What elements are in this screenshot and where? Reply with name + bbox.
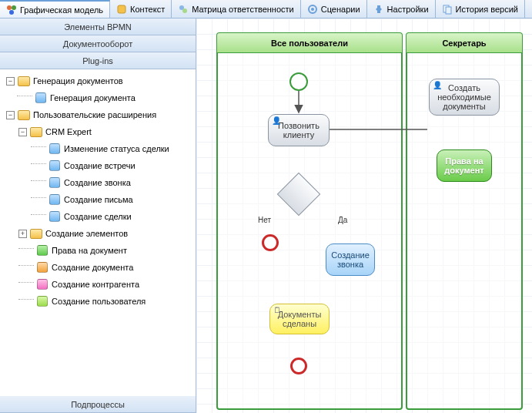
end-event-1[interactable] [262,234,279,251]
collapse-icon[interactable]: − [18,128,27,136]
tree-node-create-meeting[interactable]: Создание встречи [2,157,194,174]
matrix-icon [178,4,189,15]
task-icon [49,194,60,205]
node-label: Права на документ [442,156,487,175]
lane-all-users[interactable]: Все пользователи [216,32,403,410]
tree-node-gen-doc[interactable]: Генерация документа [2,89,194,106]
tab-graphical-model[interactable]: Графическая модель [0,0,110,18]
collapse-icon[interactable]: − [6,111,15,119]
tree-node-create-letter[interactable]: Создание письма [2,191,194,208]
tree-node-create-document[interactable]: Создание документа [2,259,194,276]
tree-node-rights-doc[interactable]: Права на документ [2,242,194,259]
tab-context[interactable]: Контекст [110,0,172,18]
sidebar: Элементы BPMN Документооборот Plug-ins −… [0,18,196,413]
tree-node-create-counterparty[interactable]: Создание контрагента [2,276,194,293]
panel-docflow[interactable]: Документооборот [0,35,196,52]
task-icon [37,245,48,256]
tree-label: CRM Expert [45,127,92,136]
top-tabs: Графическая модель Контекст Матрица отве… [0,0,532,18]
task-icon [37,279,48,290]
task-icon [37,296,48,307]
task-icon [49,160,60,171]
svg-point-0 [7,5,12,10]
user-icon: 👤 [433,81,442,90]
user-icon: 👤 [272,116,281,126]
panel-subprocesses[interactable]: Подпроцессы [0,396,196,413]
svg-point-1 [12,5,16,10]
context-icon [116,4,127,15]
tree-node-change-status[interactable]: Изменение статуса сделки [2,140,194,157]
svg-point-5 [182,8,187,13]
tab-label: Графическая модель [20,5,103,15]
tree-label: Создание письма [64,195,133,204]
model-icon [6,5,17,15]
tree-node-crm-expert[interactable]: − CRM Expert [2,123,194,140]
tree-node-gen-docs[interactable]: − Генерация документов [2,72,194,89]
panel-bpmn-elements[interactable]: Элементы BPMN [0,18,196,35]
task-rights-doc[interactable]: Права на документ [437,149,492,182]
note-icon: 🗒 [273,306,281,315]
lane-header: Секретарь [407,33,522,53]
tree-label: Создание документа [52,263,133,272]
tree-label: Создание сделки [64,212,132,221]
settings-icon [373,4,384,15]
diagram-canvas[interactable]: Все пользователи Секретарь 👤 Позвонить к… [196,18,532,413]
start-event[interactable] [289,72,308,91]
task-docs-done[interactable]: 🗒 Документы сделаны [269,304,330,334]
task-create-docs[interactable]: 👤 Создать необходимые документы [429,79,500,116]
svg-point-2 [9,10,14,15]
folder-icon [18,76,30,86]
scenarios-icon [307,4,318,15]
svg-rect-9 [446,7,451,14]
node-label: Документы сделаны [275,310,324,328]
history-icon [442,4,453,15]
tree-node-create-call[interactable]: Создание звонка [2,174,194,191]
tab-settings[interactable]: Настройки [367,0,436,18]
tab-scenarios[interactable]: Сценарии [301,0,367,18]
task-call-client[interactable]: 👤 Позвонить клиенту [268,114,330,146]
tree-label: Генерация документов [33,76,123,86]
tree-node-create-elements[interactable]: + Создание элементов [2,225,194,242]
task-icon [35,92,46,103]
edge-label-no: Нет [256,216,273,224]
svg-point-7 [311,8,314,11]
tree-node-create-deal[interactable]: Создание сделки [2,208,194,225]
tab-responsibility-matrix[interactable]: Матрица ответственности [172,0,301,18]
tab-version-history[interactable]: История версий [436,0,525,18]
end-event-2[interactable] [290,358,307,374]
task-icon [37,262,48,273]
folder-icon [18,110,30,120]
expand-icon[interactable]: + [18,230,27,238]
task-create-call[interactable]: Создание звонка [326,243,375,276]
tab-label: Матрица ответственности [192,5,294,14]
tree-label: Создание контрагента [52,280,139,289]
tree-node-create-user[interactable]: Создание пользователя [2,293,194,310]
tree-label: Пользовательские расширения [33,110,156,119]
svg-rect-3 [118,5,125,13]
tab-label: Сценарии [321,5,360,14]
tree-node-user-ext[interactable]: − Пользовательские расширения [2,106,194,123]
node-label: Создать необходимые документы [434,83,494,111]
tab-label: Контекст [130,5,165,14]
task-icon [49,211,60,222]
task-icon [49,143,60,154]
tab-label: История версий [456,5,518,14]
tree-label: Права на документ [52,246,127,255]
tree-label: Создание пользователя [52,297,146,306]
task-icon [49,177,60,188]
tree-label: Создание встречи [64,161,136,170]
node-label: Создание звонка [331,250,370,269]
plugins-tree: − Генерация документов Генерация докумен… [0,69,196,396]
panel-plugins[interactable]: Plug-ins [0,52,196,69]
tree-label: Создание элементов [45,229,128,238]
lane-header: Все пользователи [217,33,402,53]
tab-label: Настройки [387,5,429,14]
tree-label: Изменение статуса сделки [64,144,169,153]
folder-icon [30,127,42,137]
tree-label: Создание звонка [64,178,131,187]
folder-icon [30,229,42,239]
edge-label-yes: Да [336,216,349,224]
collapse-icon[interactable]: − [6,77,15,86]
tree-label: Генерация документа [50,93,136,102]
